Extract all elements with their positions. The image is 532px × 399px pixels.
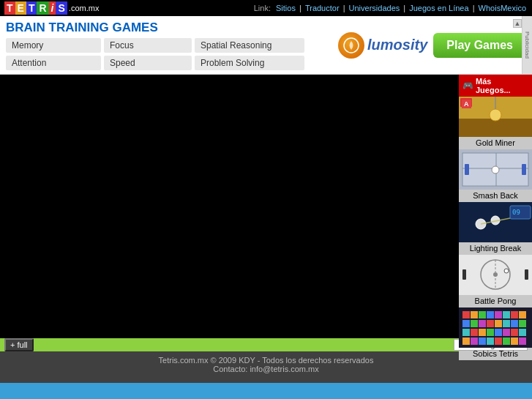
svg-rect-31 xyxy=(487,311,494,318)
main-content: 🎮 Más Juegos... A Gold Miner xyxy=(0,75,532,338)
svg-rect-50 xyxy=(511,329,518,336)
category-focus[interactable]: Focus xyxy=(104,38,192,53)
site-header: TETRiS .com.mx Link: Sitios | Traductor … xyxy=(0,0,532,16)
svg-rect-25 xyxy=(525,269,528,280)
lumosity-area: lumosity Play Games xyxy=(338,32,526,59)
logo-domain: .com.mx xyxy=(69,4,100,12)
svg-point-3 xyxy=(490,109,501,121)
svg-rect-49 xyxy=(503,329,510,336)
svg-rect-44 xyxy=(462,329,470,336)
game-thumb-gold-miner[interactable]: A Gold Miner xyxy=(459,97,532,149)
battle-pong-label: Battle Pong xyxy=(459,295,532,307)
lighting-break-label: Lighting Break xyxy=(459,242,532,255)
game-thumb-sobics-tetris[interactable]: Sobics Tetris xyxy=(459,307,532,360)
game-thumb-battle-pong[interactable]: Battle Pong xyxy=(459,255,532,307)
logo-letter-t2: T xyxy=(26,1,37,15)
svg-rect-28 xyxy=(462,311,470,318)
category-problem[interactable]: Problem Solving xyxy=(195,56,304,70)
logo-box: TETRiS .com.mx xyxy=(4,1,99,15)
category-spatial[interactable]: Spatial Reasoning xyxy=(195,38,304,53)
category-speed[interactable]: Speed xyxy=(104,56,192,70)
link-universidades[interactable]: Universidades xyxy=(349,4,400,12)
link-traductor[interactable]: Traductor xyxy=(305,4,340,12)
brain-training-title: BRAIN TRAINING GAMES xyxy=(6,20,326,35)
gold-miner-label: Gold Miner xyxy=(459,137,532,149)
logo-letter-e: E xyxy=(15,1,26,15)
play-games-button[interactable]: Play Games xyxy=(433,33,526,58)
svg-rect-48 xyxy=(495,329,502,336)
svg-rect-2 xyxy=(459,119,532,137)
link-juegos[interactable]: Juegos en Línea xyxy=(409,4,468,12)
logo-letter-t: T xyxy=(4,1,15,15)
svg-rect-45 xyxy=(471,329,478,336)
svg-rect-34 xyxy=(511,311,518,318)
thumb-sobics-tetris xyxy=(459,307,532,348)
svg-rect-39 xyxy=(487,320,494,327)
svg-text:09: 09 xyxy=(512,209,520,216)
svg-rect-41 xyxy=(503,320,510,327)
category-memory[interactable]: Memory xyxy=(6,38,101,53)
svg-rect-13 xyxy=(522,164,526,175)
svg-rect-38 xyxy=(479,320,486,327)
lumosity-icon xyxy=(338,32,364,59)
ad-banner: BRAIN TRAINING GAMES Memory Focus Spatia… xyxy=(0,16,532,75)
header-links: Link: Sitios | Traductor | Universidades… xyxy=(252,4,528,12)
logo-letter-i: i xyxy=(49,1,56,15)
link-label: Link: xyxy=(254,4,271,12)
svg-point-11 xyxy=(492,166,499,174)
link-whois[interactable]: WhoisMexico xyxy=(479,4,526,12)
svg-rect-32 xyxy=(495,311,502,318)
sidebar: 🎮 Más Juegos... A Gold Miner xyxy=(459,75,532,338)
lumosity-logo: lumosity xyxy=(338,32,427,59)
thumb-gold-miner: A xyxy=(459,97,532,137)
mas-juegos-label: Más Juegos... xyxy=(476,77,528,94)
svg-rect-55 xyxy=(487,338,494,345)
svg-rect-56 xyxy=(495,338,502,345)
logo-letter-s: S xyxy=(56,1,67,15)
svg-rect-52 xyxy=(462,338,470,345)
svg-rect-42 xyxy=(511,320,518,327)
svg-rect-53 xyxy=(471,338,478,345)
svg-rect-37 xyxy=(471,320,478,327)
svg-rect-29 xyxy=(471,311,478,318)
svg-rect-36 xyxy=(462,320,470,327)
svg-rect-30 xyxy=(479,311,486,318)
svg-rect-58 xyxy=(511,338,518,345)
svg-rect-51 xyxy=(519,329,526,336)
thumb-lighting-break: 09 xyxy=(459,202,532,242)
svg-rect-40 xyxy=(495,320,502,327)
bottom-bar: + full Mas Juegos... ▼ xyxy=(0,338,532,351)
footer: Tetris.com.mx © 2009 KDY - Todos los der… xyxy=(0,351,532,383)
svg-rect-46 xyxy=(479,329,486,336)
ad-content: BRAIN TRAINING GAMES Memory Focus Spatia… xyxy=(6,20,326,70)
svg-rect-54 xyxy=(479,338,486,345)
svg-point-26 xyxy=(504,269,509,273)
game-thumb-smash-back[interactable]: Smash Back xyxy=(459,149,532,202)
ad-side-label: Publicidad xyxy=(522,16,532,74)
game-thumb-lighting-break[interactable]: 09 Lighting Break xyxy=(459,202,532,255)
svg-rect-33 xyxy=(503,311,510,318)
svg-rect-35 xyxy=(519,311,526,318)
mas-juegos-header: 🎮 Más Juegos... xyxy=(459,75,532,97)
svg-rect-43 xyxy=(519,320,526,327)
svg-rect-57 xyxy=(503,338,510,345)
lumosity-brand: lumosity xyxy=(367,37,427,53)
thumb-smash-back xyxy=(459,149,532,190)
brain-categories: Memory Focus Spatial Reasoning Attention… xyxy=(6,38,326,70)
svg-text:A: A xyxy=(462,100,468,107)
site-logo: TETRiS .com.mx xyxy=(4,1,99,15)
full-button[interactable]: + full xyxy=(4,338,34,351)
footer-contact: Contacto: info@tetris.com.mx xyxy=(0,365,532,373)
link-sitios[interactable]: Sitios xyxy=(276,4,296,12)
game-area[interactable] xyxy=(0,75,459,338)
footer-copyright: Tetris.com.mx © 2009 KDY - Todos los der… xyxy=(0,356,532,365)
logo-letter-r: R xyxy=(37,1,48,15)
svg-rect-12 xyxy=(465,164,469,175)
svg-rect-47 xyxy=(487,329,494,336)
svg-rect-24 xyxy=(462,269,466,280)
ad-collapse-arrow[interactable]: ▲ xyxy=(513,19,522,28)
svg-rect-4 xyxy=(460,98,472,107)
controller-icon: 🎮 xyxy=(462,81,473,91)
thumb-battle-pong xyxy=(459,255,532,295)
category-attention[interactable]: Attention xyxy=(6,56,101,70)
